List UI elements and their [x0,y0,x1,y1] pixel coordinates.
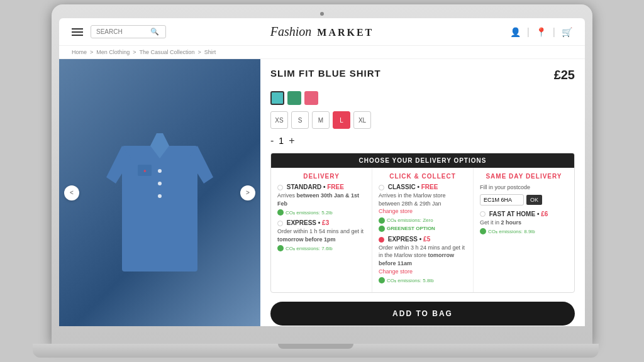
express-collect-change-store[interactable]: Change store [379,268,413,275]
breadcrumb-shirt[interactable]: Shirt [204,49,216,55]
postcode-input[interactable] [480,194,524,206]
standard-co2: CO₂ emissions: 5.2lb [277,209,365,216]
svg-point-6 [158,194,162,198]
express-desc: Order within 1 h 54 mins and get it tomo… [277,228,365,243]
user-icon[interactable]: 👤 [510,27,521,37]
svg-point-5 [158,182,162,185]
laptop-screen: 🔍 Fashion MARKET 👤 | 📍 | 🛒 [59,18,585,326]
svg-rect-0 [122,146,197,272]
title-price-row: SLIM FIT BLUE SHIRT £25 [270,68,575,85]
swatch-green[interactable] [287,91,301,105]
express-name: EXPRESS [287,219,316,226]
color-swatches [270,91,575,105]
site-logo[interactable]: Fashion MARKET [270,25,374,39]
classic-change-store[interactable]: Change store [379,208,413,214]
size-xl[interactable]: XL [353,111,371,129]
classic-radio[interactable] [379,185,384,190]
header-right: 👤 | 📍 | 🛒 [510,26,572,38]
fast-home-co2: CO₂ emissions: 8.9lb [480,228,568,234]
co2-fast-text: CO₂ emissions: 8.9lb [488,229,535,234]
postcode-row: OK [480,194,568,206]
express-radio[interactable] [277,221,283,226]
svg-text:✦: ✦ [143,168,147,174]
standard-price: FREE [327,184,344,190]
delivery-col-standard: DELIVERY STANDARD • FREE [271,168,372,292]
express-price: £3 [322,219,329,226]
fast-home-desc: Get it in 2 hours [480,219,568,227]
express-collect-radio[interactable] [379,237,384,243]
standard-desc: Arrives between 30th Jan & 1st Feb [277,192,365,207]
size-xs[interactable]: XS [270,111,288,129]
product-title: SLIM FIT BLUE SHIRT [270,68,381,79]
postcode-label: Fill in your postcode [480,184,568,192]
size-options: XS S M L XL [270,111,575,129]
search-box[interactable]: 🔍 [91,25,166,38]
search-input[interactable] [96,28,147,35]
fast-home-option[interactable]: FAST AT HOME • £6 Get it in 2 hours [480,211,568,235]
sameday-col-title: SAME DAY DELIVERY [480,173,568,180]
size-s[interactable]: S [291,111,309,129]
quantity-control: - 1 + [270,135,575,146]
laptop-base [33,344,599,358]
co2-express-text: CO₂ emissions: 7.6lb [286,246,333,251]
express-co2: CO₂ emissions: 7.6lb [277,245,365,251]
prev-image-arrow[interactable]: < [64,185,79,200]
laptop-shell: 🔍 Fashion MARKET 👤 | 📍 | 🛒 [52,4,592,344]
express-collect-desc: Order within 3 h 24 mins and get it in t… [379,244,467,275]
classic-greenest: GREENEST OPTION [379,226,467,232]
co2-classic-text: CO₂ emissions: Zero [387,217,433,223]
product-image: ✦ [59,59,260,326]
search-icon: 🔍 [150,28,159,36]
size-l[interactable]: L [333,111,350,129]
location-icon[interactable]: 📍 [536,27,547,37]
logo-market: MARKET [317,27,374,38]
fast-home-name: FAST AT HOME [489,211,535,217]
delivery-header: CHOOSE YOUR DELIVERY OPTIONS [271,153,574,168]
express-collect-name: EXPRESS [388,236,418,243]
fast-home-price: £6 [541,211,548,217]
classic-collect-option[interactable]: CLASSIC • FREE Arrives in the Marlow sto… [379,184,467,232]
swatch-pink[interactable] [304,91,318,105]
express-collect-option[interactable]: EXPRESS • £5 Order within 3 h 24 mins an… [379,236,467,283]
delivery-box: CHOOSE YOUR DELIVERY OPTIONS DELIVERY ST… [270,153,575,293]
express-collect-co2: CO₂ emissions: 5.8lb [379,277,467,283]
co2-express-collect-text: CO₂ emissions: 5.8lb [387,278,434,283]
delivery-col-title: DELIVERY [277,173,365,180]
qty-value: 1 [279,136,284,146]
greenest-text: GREENEST OPTION [387,226,435,231]
greenest-icon [379,226,385,232]
standard-radio[interactable] [277,185,283,190]
qty-decrease[interactable]: - [270,135,274,146]
hamburger-menu[interactable] [72,28,83,36]
breadcrumb-casual[interactable]: The Casual Collection [139,49,194,55]
qty-increase[interactable]: + [289,135,294,146]
product-details: SLIM FIT BLUE SHIRT £25 XS S [260,59,585,326]
postcode-ok-btn[interactable]: OK [526,195,542,205]
breadcrumb-home[interactable]: Home [72,49,87,55]
size-m[interactable]: M [312,111,330,129]
delivery-col-sameday: SAME DAY DELIVERY Fill in your postcode … [474,168,574,292]
co2-fast-icon [480,228,486,234]
bag-icon[interactable]: 🛒 [562,27,572,37]
breadcrumb-men[interactable]: Men Clothing [96,49,130,55]
co2-standard-text: CO₂ emissions: 5.2lb [286,210,333,216]
next-image-arrow[interactable]: > [240,185,255,200]
logo-fashion: Fashion [270,25,312,38]
standard-delivery-option[interactable]: STANDARD • FREE Arrives between 30th Jan… [277,184,365,216]
fast-home-radio[interactable] [480,211,486,217]
express-delivery-option[interactable]: EXPRESS • £3 Order within 1 h 54 mins an… [277,219,365,251]
header: 🔍 Fashion MARKET 👤 | 📍 | 🛒 [59,18,585,46]
store-ui: 🔍 Fashion MARKET 👤 | 📍 | 🛒 [59,18,585,326]
product-image-area: ✦ < > [59,59,260,326]
header-left: 🔍 [72,25,166,38]
co2-standard-icon [277,209,284,216]
add-to-bag-button[interactable]: ADD TO BAG [270,302,575,326]
product-price: £25 [554,68,575,82]
main-content: ✦ < > SLIM FIT BLUE SHIRT £25 [59,59,585,326]
classic-desc: Arrives in the Marlow store between 28th… [379,192,467,216]
shirt-svg: ✦ [103,96,216,290]
co2-classic-icon [379,217,385,224]
co2-express-collect-icon [379,277,385,283]
delivery-col-collect: CLICK & COLLECT CLASSIC • FREE [372,168,474,292]
swatch-teal[interactable] [270,91,284,105]
